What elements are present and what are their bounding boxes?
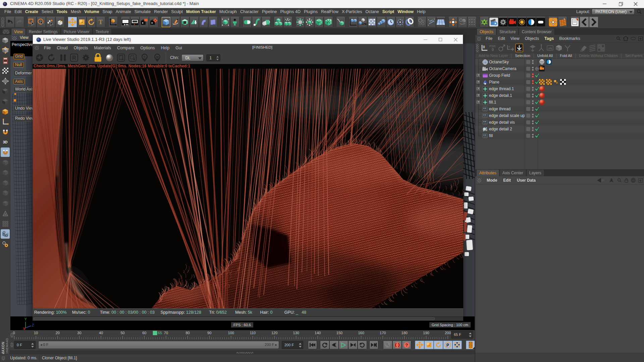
svg-text:R: R [72, 55, 76, 61]
svg-text:150: 150 [336, 331, 342, 335]
svg-text:65: 65 [158, 331, 162, 335]
svg-text:Y: Y [24, 317, 27, 321]
svg-text:30: 30 [77, 331, 81, 335]
svg-text:20: 20 [56, 331, 60, 335]
svg-text:90: 90 [207, 331, 211, 335]
svg-text:0: 0 [492, 48, 494, 52]
svg-text:180: 180 [401, 331, 408, 335]
svg-text:Z: Z [32, 323, 34, 327]
svg-text:100: 100 [228, 331, 234, 335]
svg-text:T: T [99, 19, 103, 25]
svg-text:P: P [446, 343, 449, 348]
svg-text:70: 70 [164, 331, 168, 335]
svg-text:120: 120 [271, 331, 277, 335]
svg-text:0: 0 [13, 331, 15, 335]
svg-text:130: 130 [293, 331, 299, 335]
svg-text:?: ? [405, 343, 408, 348]
svg-text:190: 190 [423, 331, 429, 335]
svg-text:F: F [144, 55, 146, 59]
svg-text:0: 0 [483, 45, 485, 49]
svg-text:160: 160 [358, 331, 364, 335]
svg-text:0: 0 [508, 45, 510, 48]
svg-text:50: 50 [120, 331, 124, 335]
svg-text:200: 200 [445, 331, 451, 335]
svg-text:M: M [156, 55, 159, 59]
svg-text:110: 110 [250, 331, 256, 335]
svg-text:80: 80 [185, 331, 190, 335]
svg-text:140: 140 [315, 331, 321, 335]
svg-text:a↹: a↹ [548, 47, 552, 50]
svg-text:60: 60 [142, 331, 146, 335]
svg-text:10: 10 [34, 331, 38, 335]
svg-text:170: 170 [380, 331, 386, 335]
svg-text:40: 40 [99, 331, 103, 335]
svg-text:X: X [23, 327, 25, 330]
